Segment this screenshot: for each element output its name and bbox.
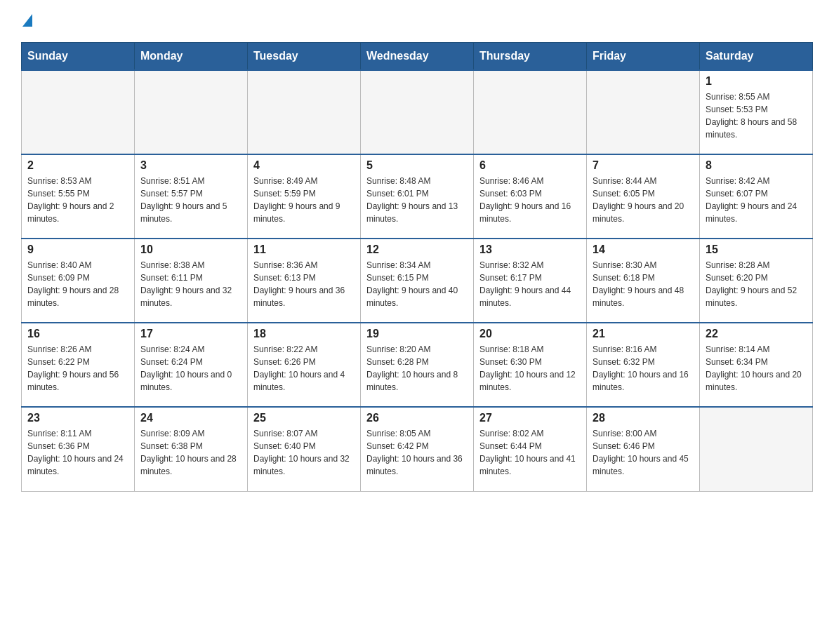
day-info: Sunrise: 8:07 AM Sunset: 6:40 PM Dayligh… bbox=[253, 427, 355, 478]
weekday-header-tuesday: Tuesday bbox=[248, 43, 361, 71]
day-info: Sunrise: 8:02 AM Sunset: 6:44 PM Dayligh… bbox=[479, 427, 581, 478]
calendar-cell: 13Sunrise: 8:32 AM Sunset: 6:17 PM Dayli… bbox=[474, 239, 587, 323]
day-number: 15 bbox=[706, 243, 807, 256]
weekday-header-friday: Friday bbox=[587, 43, 700, 71]
calendar-cell bbox=[22, 70, 135, 154]
day-number: 23 bbox=[27, 412, 128, 424]
calendar-cell: 16Sunrise: 8:26 AM Sunset: 6:22 PM Dayli… bbox=[22, 323, 135, 407]
day-number: 11 bbox=[253, 243, 355, 256]
day-number: 16 bbox=[27, 328, 128, 340]
calendar-cell: 26Sunrise: 8:05 AM Sunset: 6:42 PM Dayli… bbox=[361, 407, 474, 491]
day-info: Sunrise: 8:48 AM Sunset: 6:01 PM Dayligh… bbox=[366, 175, 468, 225]
weekday-header-saturday: Saturday bbox=[700, 43, 813, 71]
day-number: 10 bbox=[140, 243, 241, 256]
day-info: Sunrise: 8:26 AM Sunset: 6:22 PM Dayligh… bbox=[27, 343, 128, 394]
day-info: Sunrise: 8:24 AM Sunset: 6:24 PM Dayligh… bbox=[140, 343, 241, 394]
day-info: Sunrise: 8:38 AM Sunset: 6:11 PM Dayligh… bbox=[140, 259, 241, 309]
day-number: 25 bbox=[253, 412, 355, 424]
weekday-header-thursday: Thursday bbox=[474, 43, 587, 71]
calendar-cell: 17Sunrise: 8:24 AM Sunset: 6:24 PM Dayli… bbox=[135, 323, 248, 407]
day-info: Sunrise: 8:49 AM Sunset: 5:59 PM Dayligh… bbox=[253, 175, 355, 225]
day-info: Sunrise: 8:22 AM Sunset: 6:26 PM Dayligh… bbox=[253, 343, 355, 394]
day-number: 28 bbox=[593, 412, 694, 424]
day-info: Sunrise: 8:32 AM Sunset: 6:17 PM Dayligh… bbox=[479, 259, 581, 309]
calendar-cell: 15Sunrise: 8:28 AM Sunset: 6:20 PM Dayli… bbox=[700, 239, 813, 323]
day-number: 9 bbox=[27, 243, 128, 256]
calendar-cell bbox=[587, 70, 700, 154]
day-number: 17 bbox=[140, 328, 241, 340]
day-info: Sunrise: 8:44 AM Sunset: 6:05 PM Dayligh… bbox=[593, 175, 694, 225]
calendar-cell: 21Sunrise: 8:16 AM Sunset: 6:32 PM Dayli… bbox=[587, 323, 700, 407]
day-info: Sunrise: 8:30 AM Sunset: 6:18 PM Dayligh… bbox=[593, 259, 694, 309]
calendar-cell: 25Sunrise: 8:07 AM Sunset: 6:40 PM Dayli… bbox=[248, 407, 361, 491]
day-info: Sunrise: 8:28 AM Sunset: 6:20 PM Dayligh… bbox=[706, 259, 807, 309]
day-info: Sunrise: 8:20 AM Sunset: 6:28 PM Dayligh… bbox=[366, 343, 468, 394]
calendar-cell: 27Sunrise: 8:02 AM Sunset: 6:44 PM Dayli… bbox=[474, 407, 587, 491]
day-info: Sunrise: 8:09 AM Sunset: 6:38 PM Dayligh… bbox=[140, 427, 241, 478]
day-number: 21 bbox=[593, 328, 694, 340]
week-row-3: 9Sunrise: 8:40 AM Sunset: 6:09 PM Daylig… bbox=[22, 239, 813, 323]
calendar-cell: 5Sunrise: 8:48 AM Sunset: 6:01 PM Daylig… bbox=[361, 154, 474, 239]
calendar-cell: 9Sunrise: 8:40 AM Sunset: 6:09 PM Daylig… bbox=[22, 239, 135, 323]
calendar-cell: 3Sunrise: 8:51 AM Sunset: 5:57 PM Daylig… bbox=[135, 154, 248, 239]
day-number: 12 bbox=[366, 243, 468, 256]
calendar-cell: 4Sunrise: 8:49 AM Sunset: 5:59 PM Daylig… bbox=[248, 154, 361, 239]
weekday-header-row: SundayMondayTuesdayWednesdayThursdayFrid… bbox=[22, 43, 813, 71]
calendar-cell: 18Sunrise: 8:22 AM Sunset: 6:26 PM Dayli… bbox=[248, 323, 361, 407]
calendar-cell bbox=[248, 70, 361, 154]
calendar-cell: 14Sunrise: 8:30 AM Sunset: 6:18 PM Dayli… bbox=[587, 239, 700, 323]
week-row-2: 2Sunrise: 8:53 AM Sunset: 5:55 PM Daylig… bbox=[22, 154, 813, 239]
calendar-cell: 1Sunrise: 8:55 AM Sunset: 5:53 PM Daylig… bbox=[700, 70, 813, 154]
calendar-cell bbox=[361, 70, 474, 154]
calendar-table: SundayMondayTuesdayWednesdayThursdayFrid… bbox=[21, 42, 813, 492]
day-number: 20 bbox=[479, 328, 581, 340]
day-number: 24 bbox=[140, 412, 241, 424]
day-number: 18 bbox=[253, 328, 355, 340]
day-number: 3 bbox=[140, 159, 241, 172]
day-info: Sunrise: 8:40 AM Sunset: 6:09 PM Dayligh… bbox=[27, 259, 128, 309]
calendar-cell: 22Sunrise: 8:14 AM Sunset: 6:34 PM Dayli… bbox=[700, 323, 813, 407]
day-info: Sunrise: 8:14 AM Sunset: 6:34 PM Dayligh… bbox=[706, 343, 807, 394]
weekday-header-monday: Monday bbox=[135, 43, 248, 71]
day-number: 5 bbox=[366, 159, 468, 172]
day-info: Sunrise: 8:34 AM Sunset: 6:15 PM Dayligh… bbox=[366, 259, 468, 309]
day-number: 7 bbox=[593, 159, 694, 172]
day-info: Sunrise: 8:55 AM Sunset: 5:53 PM Dayligh… bbox=[706, 90, 807, 141]
day-info: Sunrise: 8:11 AM Sunset: 6:36 PM Dayligh… bbox=[27, 427, 128, 478]
calendar-cell: 24Sunrise: 8:09 AM Sunset: 6:38 PM Dayli… bbox=[135, 407, 248, 491]
day-number: 8 bbox=[706, 159, 807, 172]
calendar-cell: 11Sunrise: 8:36 AM Sunset: 6:13 PM Dayli… bbox=[248, 239, 361, 323]
calendar-cell: 23Sunrise: 8:11 AM Sunset: 6:36 PM Dayli… bbox=[22, 407, 135, 491]
calendar-cell bbox=[135, 70, 248, 154]
calendar-cell: 8Sunrise: 8:42 AM Sunset: 6:07 PM Daylig… bbox=[700, 154, 813, 239]
day-info: Sunrise: 8:42 AM Sunset: 6:07 PM Dayligh… bbox=[706, 175, 807, 225]
calendar-cell: 10Sunrise: 8:38 AM Sunset: 6:11 PM Dayli… bbox=[135, 239, 248, 323]
day-info: Sunrise: 8:36 AM Sunset: 6:13 PM Dayligh… bbox=[253, 259, 355, 309]
day-info: Sunrise: 8:46 AM Sunset: 6:03 PM Dayligh… bbox=[479, 175, 581, 225]
day-number: 27 bbox=[479, 412, 581, 424]
day-info: Sunrise: 8:05 AM Sunset: 6:42 PM Dayligh… bbox=[366, 427, 468, 478]
week-row-1: 1Sunrise: 8:55 AM Sunset: 5:53 PM Daylig… bbox=[22, 70, 813, 154]
weekday-header-wednesday: Wednesday bbox=[361, 43, 474, 71]
calendar-cell: 7Sunrise: 8:44 AM Sunset: 6:05 PM Daylig… bbox=[587, 154, 700, 239]
day-info: Sunrise: 8:18 AM Sunset: 6:30 PM Dayligh… bbox=[479, 343, 581, 394]
week-row-4: 16Sunrise: 8:26 AM Sunset: 6:22 PM Dayli… bbox=[22, 323, 813, 407]
calendar-cell: 28Sunrise: 8:00 AM Sunset: 6:46 PM Dayli… bbox=[587, 407, 700, 491]
calendar-cell: 2Sunrise: 8:53 AM Sunset: 5:55 PM Daylig… bbox=[22, 154, 135, 239]
week-row-5: 23Sunrise: 8:11 AM Sunset: 6:36 PM Dayli… bbox=[22, 407, 813, 491]
logo-triangle-icon bbox=[22, 14, 32, 27]
calendar-cell: 12Sunrise: 8:34 AM Sunset: 6:15 PM Dayli… bbox=[361, 239, 474, 323]
calendar-cell bbox=[700, 407, 813, 491]
calendar-cell: 20Sunrise: 8:18 AM Sunset: 6:30 PM Dayli… bbox=[474, 323, 587, 407]
day-info: Sunrise: 8:53 AM Sunset: 5:55 PM Dayligh… bbox=[27, 175, 128, 225]
day-number: 22 bbox=[706, 328, 807, 340]
day-number: 6 bbox=[479, 159, 581, 172]
page-header bbox=[21, 14, 813, 28]
day-number: 13 bbox=[479, 243, 581, 256]
day-number: 14 bbox=[593, 243, 694, 256]
day-info: Sunrise: 8:00 AM Sunset: 6:46 PM Dayligh… bbox=[593, 427, 694, 478]
day-number: 1 bbox=[706, 75, 807, 88]
calendar-cell: 6Sunrise: 8:46 AM Sunset: 6:03 PM Daylig… bbox=[474, 154, 587, 239]
weekday-header-sunday: Sunday bbox=[22, 43, 135, 71]
day-info: Sunrise: 8:16 AM Sunset: 6:32 PM Dayligh… bbox=[593, 343, 694, 394]
